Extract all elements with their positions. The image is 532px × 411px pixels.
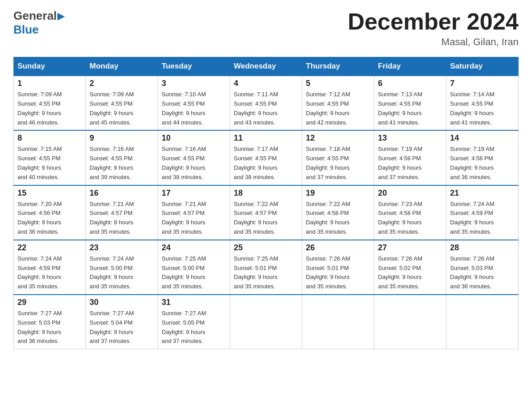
month-title: December 2024: [348, 9, 519, 34]
day-info: Sunrise: 7:09 AMSunset: 4:55 PMDaylight:…: [17, 91, 62, 125]
day-number: 10: [162, 133, 226, 143]
calendar-cell-w1-d1: 1 Sunrise: 7:09 AMSunset: 4:55 PMDayligh…: [14, 76, 86, 130]
day-number: 1: [17, 79, 82, 88]
day-info: Sunrise: 7:22 AMSunset: 4:57 PMDaylight:…: [234, 201, 278, 235]
calendar-cell-w2-d3: 10 Sunrise: 7:16 AMSunset: 4:55 PMDaylig…: [158, 130, 230, 185]
day-info: Sunrise: 7:21 AMSunset: 4:57 PMDaylight:…: [162, 201, 206, 235]
calendar-cell-w1-d4: 4 Sunrise: 7:11 AMSunset: 4:55 PMDayligh…: [230, 76, 302, 130]
day-info: Sunrise: 7:26 AMSunset: 5:03 PMDaylight:…: [450, 255, 494, 290]
day-info: Sunrise: 7:11 AMSunset: 4:55 PMDaylight:…: [234, 91, 278, 125]
logo-arrow-icon: ▶: [57, 10, 65, 22]
day-info: Sunrise: 7:15 AMSunset: 4:55 PMDaylight:…: [17, 146, 62, 180]
logo: General ▶ Blue: [13, 9, 65, 37]
day-number: 3: [162, 79, 226, 88]
day-number: 30: [90, 298, 154, 307]
day-info: Sunrise: 7:16 AMSunset: 4:55 PMDaylight:…: [90, 146, 134, 180]
calendar-cell-w4-d4: 25 Sunrise: 7:25 AMSunset: 5:01 PMDaylig…: [230, 240, 302, 295]
day-info: Sunrise: 7:24 AMSunset: 4:59 PMDaylight:…: [17, 255, 62, 290]
header-monday: Monday: [86, 57, 158, 76]
day-info: Sunrise: 7:26 AMSunset: 5:01 PMDaylight:…: [306, 255, 350, 290]
day-info: Sunrise: 7:18 AMSunset: 4:55 PMDaylight:…: [306, 146, 350, 180]
calendar-week-2: 8 Sunrise: 7:15 AMSunset: 4:55 PMDayligh…: [14, 130, 519, 185]
calendar-cell-w1-d7: 7 Sunrise: 7:14 AMSunset: 4:55 PMDayligh…: [446, 76, 519, 130]
day-number: 5: [306, 79, 370, 88]
location: Masal, Gilan, Iran: [348, 36, 519, 48]
calendar-cell-w1-d2: 2 Sunrise: 7:09 AMSunset: 4:55 PMDayligh…: [86, 76, 158, 130]
day-info: Sunrise: 7:19 AMSunset: 4:56 PMDaylight:…: [450, 146, 494, 180]
day-info: Sunrise: 7:09 AMSunset: 4:55 PMDaylight:…: [90, 91, 134, 125]
day-info: Sunrise: 7:20 AMSunset: 4:56 PMDaylight:…: [17, 201, 62, 235]
calendar-week-1: 1 Sunrise: 7:09 AMSunset: 4:55 PMDayligh…: [14, 76, 519, 130]
calendar-cell-w5-d6: [374, 295, 446, 349]
header-saturday: Saturday: [446, 57, 519, 76]
calendar-cell-w2-d5: 12 Sunrise: 7:18 AMSunset: 4:55 PMDaylig…: [302, 130, 374, 185]
day-info: Sunrise: 7:24 AMSunset: 5:00 PMDaylight:…: [90, 255, 134, 290]
day-number: 29: [17, 298, 82, 307]
calendar-week-3: 15 Sunrise: 7:20 AMSunset: 4:56 PMDaylig…: [14, 185, 519, 240]
day-info: Sunrise: 7:24 AMSunset: 4:59 PMDaylight:…: [450, 201, 494, 235]
day-number: 15: [17, 188, 82, 198]
day-info: Sunrise: 7:21 AMSunset: 4:57 PMDaylight:…: [90, 201, 134, 235]
day-number: 7: [450, 79, 515, 88]
day-number: 23: [90, 243, 154, 253]
day-number: 13: [378, 133, 442, 143]
calendar-cell-w3-d6: 20 Sunrise: 7:23 AMSunset: 4:58 PMDaylig…: [374, 185, 446, 240]
calendar-cell-w4-d5: 26 Sunrise: 7:26 AMSunset: 5:01 PMDaylig…: [302, 240, 374, 295]
calendar-cell-w1-d3: 3 Sunrise: 7:10 AMSunset: 4:55 PMDayligh…: [158, 76, 230, 130]
day-info: Sunrise: 7:10 AMSunset: 4:55 PMDaylight:…: [162, 91, 206, 125]
calendar-week-5: 29 Sunrise: 7:27 AMSunset: 5:03 PMDaylig…: [14, 295, 519, 349]
calendar-table: Sunday Monday Tuesday Wednesday Thursday…: [13, 57, 519, 349]
calendar-cell-w5-d2: 30 Sunrise: 7:27 AMSunset: 5:04 PMDaylig…: [86, 295, 158, 349]
day-number: 25: [234, 243, 298, 253]
day-info: Sunrise: 7:27 AMSunset: 5:03 PMDaylight:…: [17, 310, 62, 344]
day-number: 16: [90, 188, 154, 198]
calendar-cell-w2-d4: 11 Sunrise: 7:17 AMSunset: 4:55 PMDaylig…: [230, 130, 302, 185]
calendar-cell-w1-d6: 6 Sunrise: 7:13 AMSunset: 4:55 PMDayligh…: [374, 76, 446, 130]
day-number: 28: [450, 243, 515, 253]
header-sunday: Sunday: [14, 57, 86, 76]
header-thursday: Thursday: [302, 57, 374, 76]
calendar-cell-w4-d6: 27 Sunrise: 7:26 AMSunset: 5:02 PMDaylig…: [374, 240, 446, 295]
calendar-cell-w4-d1: 22 Sunrise: 7:24 AMSunset: 4:59 PMDaylig…: [14, 240, 86, 295]
day-number: 12: [306, 133, 370, 143]
calendar-cell-w3-d3: 17 Sunrise: 7:21 AMSunset: 4:57 PMDaylig…: [158, 185, 230, 240]
day-number: 4: [234, 79, 298, 88]
calendar-cell-w3-d4: 18 Sunrise: 7:22 AMSunset: 4:57 PMDaylig…: [230, 185, 302, 240]
day-number: 31: [162, 298, 226, 307]
calendar-cell-w3-d5: 19 Sunrise: 7:22 AMSunset: 4:58 PMDaylig…: [302, 185, 374, 240]
calendar-cell-w5-d1: 29 Sunrise: 7:27 AMSunset: 5:03 PMDaylig…: [14, 295, 86, 349]
calendar-cell-w5-d3: 31 Sunrise: 7:27 AMSunset: 5:05 PMDaylig…: [158, 295, 230, 349]
calendar-header-row: Sunday Monday Tuesday Wednesday Thursday…: [14, 57, 519, 76]
calendar-cell-w1-d5: 5 Sunrise: 7:12 AMSunset: 4:55 PMDayligh…: [302, 76, 374, 130]
day-info: Sunrise: 7:14 AMSunset: 4:55 PMDaylight:…: [450, 91, 494, 125]
day-number: 24: [162, 243, 226, 253]
day-number: 18: [234, 188, 298, 198]
calendar-cell-w4-d7: 28 Sunrise: 7:26 AMSunset: 5:03 PMDaylig…: [446, 240, 519, 295]
day-info: Sunrise: 7:23 AMSunset: 4:58 PMDaylight:…: [378, 201, 422, 235]
header-wednesday: Wednesday: [230, 57, 302, 76]
header-tuesday: Tuesday: [158, 57, 230, 76]
calendar-week-4: 22 Sunrise: 7:24 AMSunset: 4:59 PMDaylig…: [14, 240, 519, 295]
day-info: Sunrise: 7:17 AMSunset: 4:55 PMDaylight:…: [234, 146, 278, 180]
day-info: Sunrise: 7:26 AMSunset: 5:02 PMDaylight:…: [378, 255, 422, 290]
logo-blue-text: Blue: [13, 23, 39, 37]
header-friday: Friday: [374, 57, 446, 76]
calendar-cell-w3-d1: 15 Sunrise: 7:20 AMSunset: 4:56 PMDaylig…: [14, 185, 86, 240]
logo-general-text: General: [13, 9, 57, 23]
day-number: 17: [162, 188, 226, 198]
day-number: 6: [378, 79, 442, 88]
calendar-cell-w5-d5: [302, 295, 374, 349]
day-number: 11: [234, 133, 298, 143]
day-info: Sunrise: 7:13 AMSunset: 4:55 PMDaylight:…: [378, 91, 422, 125]
day-number: 22: [17, 243, 82, 253]
day-number: 21: [450, 188, 515, 198]
calendar-cell-w4-d2: 23 Sunrise: 7:24 AMSunset: 5:00 PMDaylig…: [86, 240, 158, 295]
day-number: 14: [450, 133, 515, 143]
day-info: Sunrise: 7:27 AMSunset: 5:05 PMDaylight:…: [162, 310, 206, 344]
calendar-cell-w4-d3: 24 Sunrise: 7:25 AMSunset: 5:00 PMDaylig…: [158, 240, 230, 295]
day-number: 2: [90, 79, 154, 88]
day-info: Sunrise: 7:19 AMSunset: 4:56 PMDaylight:…: [378, 146, 422, 180]
day-number: 9: [90, 133, 154, 143]
calendar-cell-w2-d2: 9 Sunrise: 7:16 AMSunset: 4:55 PMDayligh…: [86, 130, 158, 185]
calendar-cell-w2-d6: 13 Sunrise: 7:19 AMSunset: 4:56 PMDaylig…: [374, 130, 446, 185]
